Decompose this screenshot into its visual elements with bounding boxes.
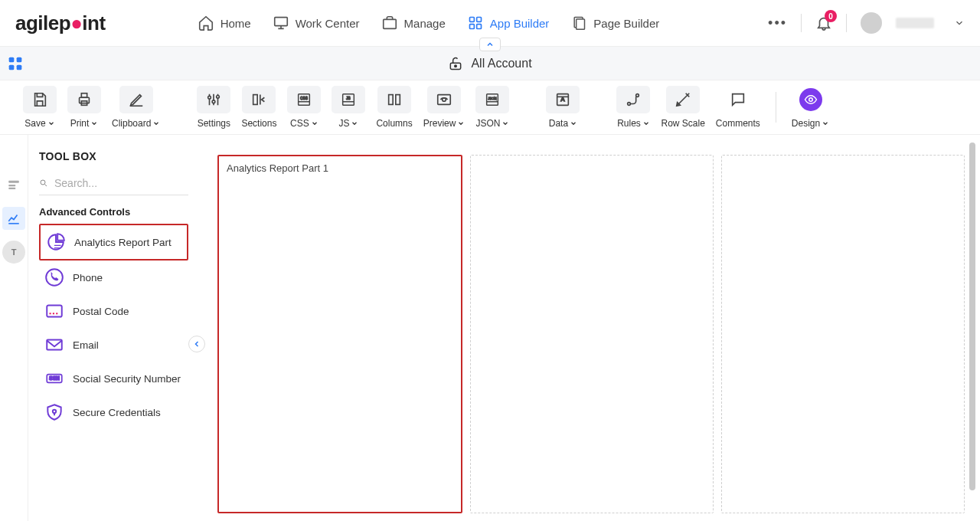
pencil-icon: [128, 91, 145, 108]
svg-point-39: [41, 180, 45, 185]
json-button[interactable]: JSON JSON: [475, 86, 509, 129]
design-button[interactable]: Design: [792, 86, 829, 129]
canvas-cell-3[interactable]: [721, 155, 965, 513]
comments-button[interactable]: Comments: [716, 86, 760, 129]
print-label: Print: [70, 118, 90, 129]
nav-app-builder[interactable]: App Builder: [467, 15, 550, 31]
pie-chart-icon: [45, 231, 67, 253]
rules-label: Rules: [617, 118, 641, 129]
nav-home-label: Home: [220, 17, 251, 30]
postal-code-icon: [44, 300, 65, 322]
ruler-icon: [675, 91, 691, 108]
control-label: Social Security Number: [73, 373, 181, 385]
svg-rect-4: [469, 25, 474, 29]
data-button[interactable]: A Data: [546, 86, 580, 129]
rail-template-icon[interactable]: T: [2, 241, 25, 264]
print-button[interactable]: Print: [67, 86, 101, 129]
svg-rect-8: [9, 57, 15, 63]
svg-point-13: [455, 65, 457, 67]
avatar[interactable]: [861, 12, 882, 34]
svg-rect-10: [9, 65, 15, 70]
nav-app-builder-label: App Builder: [490, 17, 550, 30]
sections-button[interactable]: Sections: [241, 86, 276, 129]
sidebar-title: TOOL BOX: [39, 150, 188, 162]
section-label: Advanced Controls: [39, 206, 188, 218]
columns-label: Columns: [376, 118, 412, 129]
data-icon: A: [554, 91, 571, 108]
rowscale-button[interactable]: Row Scale: [661, 86, 704, 129]
control-label: Postal Code: [73, 306, 129, 317]
search-input[interactable]: [54, 177, 188, 189]
control-phone[interactable]: Phone: [39, 260, 188, 294]
sliders-icon: [205, 91, 222, 108]
rules-icon: [625, 91, 642, 108]
chevron-down-icon: [570, 120, 577, 127]
nav-items: Home Work Center Manage App Builder Page…: [198, 15, 660, 31]
rules-button[interactable]: Rules: [616, 86, 650, 129]
rail-form-icon[interactable]: [2, 173, 25, 196]
svg-rect-25: [389, 95, 394, 105]
canvas: Analytics Report Part 1: [196, 135, 980, 521]
preview-icon: [436, 91, 452, 108]
js-button[interactable]: JS JS: [332, 86, 365, 129]
chevron-down-icon: [642, 120, 650, 127]
svg-rect-41: [47, 305, 62, 316]
nav-page-builder[interactable]: Page Builder: [570, 15, 659, 31]
svg-rect-11: [17, 65, 22, 70]
control-ssn[interactable]: SSN Social Security Number: [39, 362, 188, 395]
preview-button[interactable]: Preview: [423, 86, 466, 129]
svg-rect-1: [383, 19, 396, 28]
clipboard-button[interactable]: Clipboard: [112, 86, 160, 129]
divider: [801, 14, 802, 32]
svg-point-19: [217, 96, 220, 99]
logo: agilep●int: [15, 11, 106, 35]
chevron-down-icon: [90, 120, 98, 127]
control-secure-credentials[interactable]: Secure Credentials: [39, 395, 188, 429]
nav-right: ••• 0: [768, 12, 965, 34]
svg-text:JS: JS: [347, 97, 351, 100]
notification-badge: 0: [825, 10, 837, 22]
nav-manage[interactable]: Manage: [381, 15, 446, 31]
control-postal-code[interactable]: Postal Code: [39, 294, 188, 328]
save-label: Save: [24, 118, 45, 129]
notifications-button[interactable]: 0: [815, 15, 832, 31]
username: [896, 18, 934, 28]
chevron-down-icon: [822, 120, 829, 127]
more-menu[interactable]: •••: [768, 15, 787, 31]
home-icon: [198, 15, 214, 31]
canvas-cell-2[interactable]: [470, 155, 714, 513]
control-label: Analytics Report Part: [74, 237, 172, 248]
svg-text:JSON: JSON: [488, 97, 497, 100]
control-email[interactable]: Email: [39, 328, 188, 362]
user-menu-caret[interactable]: [954, 18, 965, 28]
save-button[interactable]: Save: [23, 86, 57, 129]
svg-rect-3: [476, 18, 481, 22]
vertical-scrollbar[interactable]: [969, 143, 975, 490]
nav-page-builder-label: Page Builder: [593, 17, 659, 30]
chevron-down-icon: [311, 120, 318, 127]
ssn-icon: SSN: [44, 368, 65, 389]
collapse-header-button[interactable]: [479, 38, 501, 51]
chevron-down-icon: [47, 120, 55, 127]
css-button[interactable]: CSS CSS: [287, 86, 321, 129]
svg-rect-26: [396, 95, 400, 105]
apps-corner-button[interactable]: [8, 56, 23, 71]
clipboard-label: Clipboard: [112, 118, 151, 129]
svg-point-34: [636, 94, 639, 97]
nav-work-center[interactable]: Work Center: [273, 15, 360, 31]
control-analytics-report-part[interactable]: Analytics Report Part: [39, 224, 188, 260]
rail-chart-icon[interactable]: [2, 207, 25, 230]
canvas-row: Analytics Report Part 1: [217, 155, 965, 513]
js-label: JS: [338, 118, 349, 129]
logo-text-pre: agilep: [15, 11, 70, 34]
columns-button[interactable]: Columns: [376, 86, 412, 129]
search-row: [39, 172, 188, 195]
svg-rect-5: [476, 25, 481, 29]
settings-button[interactable]: Settings: [197, 86, 230, 129]
chevron-down-icon: [152, 120, 160, 127]
logo-dot-icon: ●: [70, 11, 82, 34]
logo-text-post: int: [82, 11, 105, 34]
canvas-cell-1[interactable]: Analytics Report Part 1: [217, 155, 462, 513]
phone-icon: [44, 267, 65, 288]
nav-home[interactable]: Home: [198, 15, 251, 31]
